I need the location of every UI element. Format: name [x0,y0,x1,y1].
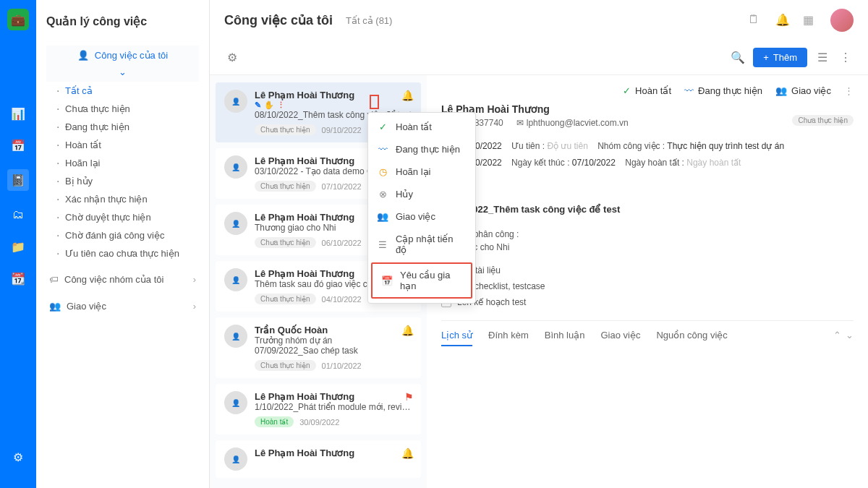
menu-item[interactable]: 📅Yêu cầu gia hạn [371,262,472,299]
detail-more-icon[interactable]: ⋮ [844,85,854,96]
chevron-right-icon: › [193,301,196,312]
sidebar-sub-item[interactable]: Bị hủy [65,172,199,190]
menu-item[interactable]: ◷Hoãn lại [368,160,475,183]
menu-item-label: Hoàn tất [396,121,432,132]
menu-item-label: Giao việc [396,211,435,222]
detail-tab[interactable]: Giao việc [600,330,640,346]
task-owner: Trần Quốc Hoàn [255,325,412,335]
task-status: Chưa thực hiện [255,294,316,304]
user-avatar[interactable] [830,9,854,32]
menu-item[interactable]: ☰Cập nhật tiến độ [368,228,475,261]
checklist-item[interactable]: Lên kế hoạch test [441,294,854,310]
collapse-down-icon[interactable]: ⌄ [846,330,854,346]
menu-item[interactable]: ⊗Hủy [368,183,475,205]
filter-sliders-icon[interactable]: ⚙ [224,50,240,66]
more-icon[interactable]: ⋮ [838,50,854,66]
task-status: Hoàn tất [255,416,294,427]
edit-icon[interactable]: ✎ [255,100,261,110]
menu-item-icon: ◷ [377,166,388,177]
list-view-icon[interactable]: ☰ [814,50,830,66]
task-date: 07/10/2022 [322,182,362,191]
sidebar-sub-item[interactable]: Ưu tiên cao chưa thực hiện [65,244,199,262]
mail-icon: ✉ [516,118,524,128]
menu-item-icon: ⊗ [377,189,388,200]
user-card-icon: 👤 [77,50,89,61]
sidebar: Quản lý công việc 👤Công việc của tôi ⌄ T… [36,0,210,488]
bell-icon: 🔔 [401,448,414,459]
chevron-right-icon: › [193,274,196,285]
task-subject: 07/09/2022_Sao chép task [255,346,412,356]
sidebar-sub-item[interactable]: Tất cả [65,82,199,100]
sidebar-item-my-tasks[interactable]: 👤Công việc của tôi ⌄ [46,46,199,82]
task-date: 06/10/2022 [322,239,362,247]
action-in-progress[interactable]: 〰Đang thực hiện [684,85,762,96]
menu-item[interactable]: ✓Hoàn tất [368,116,475,138]
assign-icon: 👥 [49,301,61,312]
rail-folder-icon[interactable]: 📁 [10,239,26,254]
sidebar-item-assigned[interactable]: 👥Giao việc › [46,296,199,316]
add-button[interactable]: +Thêm [753,48,807,67]
task-card[interactable]: 👤 Lê Phạm Hoài Thương 1/10/2022_Phát tri… [216,384,421,435]
menu-item[interactable]: 👥Giao việc [368,205,475,228]
bell-icon: 🔔 [401,325,414,336]
page-header: Công việc của tôi Tất cả (81) 🗒 🔔 ▦ [210,0,868,40]
menu-item[interactable]: 〰Đang thực hiện [368,138,475,160]
check-icon: ✓ [623,85,631,96]
rail-notebook-icon[interactable]: 📓 [7,169,29,191]
detail-tab[interactable]: Nguồn công việc [656,330,727,346]
rail-cards-icon[interactable]: 🗂 [10,207,26,223]
detail-tab[interactable]: Lịch sử [441,330,472,346]
kebab-icon[interactable]: ⋮ [277,100,285,110]
bell-icon[interactable]: 🔔 [775,13,790,27]
menu-item-icon: ☰ [377,239,388,250]
avatar: 👤 [224,212,247,235]
detail-tab[interactable]: Đính kèm [488,330,529,346]
task-owner: Lê Phạm Hoài Thương ✎ ✋ ⋮ [255,90,412,110]
rail-settings-icon[interactable]: ⚙ [10,449,26,465]
sidebar-sub-item[interactable]: Chờ duyệt thực hiện [65,208,199,226]
avatar: 👤 [224,325,247,348]
search-icon[interactable]: 🔍 [730,50,746,66]
menu-item-label: Hủy [396,189,413,200]
notes-icon[interactable]: 🗒 [748,13,762,27]
rail-chart-icon[interactable]: 📊 [10,106,26,121]
rail-date-icon[interactable]: 📆 [10,270,26,286]
sidebar-sub-item[interactable]: Xác nhận thực hiện [65,190,199,208]
palm-icon[interactable]: ✋ [264,100,274,110]
menu-item-icon: 〰 [377,144,388,155]
sidebar-sub-item[interactable]: Chưa thực hiện [65,100,199,118]
sidebar-item-team-tasks[interactable]: 🏷Công việc nhóm của tôi › [46,270,199,289]
task-detail: ✓Hoàn tất 〰Đang thực hiện 👥Giao việc ⋮ L… [427,75,868,488]
task-owner: Lê Phạm Hoài Thương [255,391,412,402]
sidebar-sub-item[interactable]: Đang thực hiện [65,118,199,136]
task-date: 30/09/2022 [299,418,339,427]
checklist-item[interactable]: Viết checklist, testcase [441,278,854,294]
collapse-up-icon[interactable]: ⌃ [833,330,841,346]
flag-icon: ⚑ [404,391,414,403]
task-card[interactable]: 👤 Trần Quốc Hoàn Trưởng nhóm dự án 07/09… [216,317,421,378]
task-role: Trưởng nhóm dự án [255,335,412,346]
rail-calendar-icon[interactable]: 📅 [10,137,26,153]
task-status: Chưa thực hiện [255,237,316,248]
left-rail: 💼 📊 📅 📓 🗂 📁 📆 ⚙ [0,0,36,488]
plus-icon: + [763,52,769,63]
task-card[interactable]: 👤 Lê Phạm Hoài Thương 🔔 [216,440,421,478]
sidebar-sub-item[interactable]: Chờ đánh giá công việc [65,226,199,244]
menu-item-label: Yêu cầu gia hạn [400,270,462,291]
menu-item-label: Hoãn lại [396,166,430,177]
sidebar-sub-item[interactable]: Hoàn tất [65,136,199,154]
sidebar-sub-item[interactable]: Hoãn lại [65,154,199,172]
chevron-down-icon: ⌄ [119,67,127,77]
detail-tab[interactable]: Bình luận [545,330,585,346]
detail-status-pill: Chưa thực hiện [792,115,854,126]
action-assign[interactable]: 👥Giao việc [775,85,831,96]
apps-grid-icon[interactable]: ▦ [803,13,817,27]
context-menu: ✓Hoàn tất〰Đang thực hiện◷Hoãn lại⊗Hủy👥Gi… [367,112,476,304]
action-complete[interactable]: ✓Hoàn tất [623,85,671,96]
checklist-item[interactable]: Đọc tài liệu [441,262,854,278]
sidebar-title: Quản lý công việc [46,14,199,28]
detail-task-title: 08/10/2022_Thêm task công việc để test [441,204,854,215]
page-title: Công việc của tôi [224,12,333,28]
menu-item-icon: 👥 [377,211,388,222]
task-subject: 1/10/2022_Phát triển module mới, review,… [255,402,412,412]
